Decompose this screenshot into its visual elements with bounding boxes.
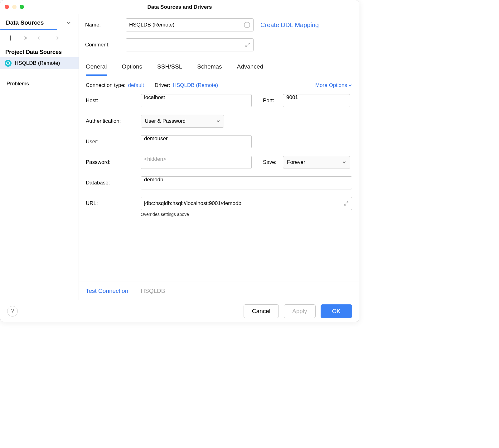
url-label: URL:	[86, 200, 141, 207]
close-icon[interactable]	[5, 5, 9, 9]
database-icon	[5, 60, 12, 67]
connection-type-bar: Connection type: default Driver: HSQLDB …	[79, 76, 359, 92]
arrow-left-icon	[37, 36, 43, 40]
chevron-down-icon	[216, 119, 220, 123]
driver-value[interactable]: HSQLDB (Remote)	[173, 82, 218, 88]
dialog-footer: ? Cancel Apply OK	[0, 300, 359, 322]
driver-label: Driver:	[155, 82, 170, 88]
save-label: Save:	[263, 159, 283, 165]
host-label: Host:	[86, 98, 141, 104]
tabs: General Options SSH/SSL Schemas Advanced	[79, 60, 359, 76]
comment-label: Comment:	[85, 42, 126, 48]
authentication-select[interactable]: User & Password	[141, 115, 224, 128]
apply-button[interactable]: Apply	[284, 304, 316, 318]
sidebar-item-label: HSQLDB (Remote)	[15, 60, 60, 66]
minimize-icon[interactable]	[12, 5, 17, 9]
more-options-link[interactable]: More Options	[315, 82, 352, 88]
create-ddl-mapping-link[interactable]: Create DDL Mapping	[260, 21, 319, 29]
password-input[interactable]: <hidden>	[141, 156, 252, 169]
url-helper-text: Overrides settings above	[141, 212, 352, 217]
window-controls	[5, 5, 24, 9]
driver-name-text: HSQLDB	[141, 288, 165, 294]
dialog-title: Data Sources and Drivers	[148, 4, 212, 10]
authentication-label: Authentication:	[86, 118, 141, 124]
titlebar: Data Sources and Drivers	[0, 0, 359, 14]
tab-options[interactable]: Options	[122, 60, 142, 76]
host-input[interactable]: localhost	[141, 94, 252, 107]
sidebar-item-hsqldb[interactable]: HSQLDB (Remote)	[0, 57, 79, 69]
color-circle-icon[interactable]	[244, 22, 250, 28]
port-input[interactable]: 9001	[283, 94, 350, 107]
connection-type-value[interactable]: default	[128, 82, 144, 88]
name-value: HSQLDB (Remote)	[129, 22, 174, 28]
help-icon[interactable]: ?	[7, 306, 18, 317]
ok-button[interactable]: OK	[321, 304, 352, 318]
expand-icon[interactable]	[344, 201, 349, 206]
tab-general[interactable]: General	[86, 60, 107, 76]
user-label: User:	[86, 139, 141, 145]
arrow-right-icon	[53, 36, 59, 40]
password-label: Password:	[86, 159, 141, 165]
save-select[interactable]: Forever	[283, 156, 350, 169]
sidebar-tab-data-sources[interactable]: Data Sources	[6, 19, 44, 26]
dialog-window: Data Sources and Drivers Data Sources	[0, 0, 359, 322]
name-input[interactable]: HSQLDB (Remote)	[126, 18, 254, 31]
main-panel: Name: HSQLDB (Remote) Create DDL Mapping…	[79, 14, 359, 300]
tab-schemas[interactable]: Schemas	[197, 60, 222, 76]
database-input[interactable]: demodb	[141, 176, 352, 189]
chevron-right-icon[interactable]	[23, 36, 28, 40]
database-label: Database:	[86, 180, 141, 186]
tab-ssh-ssl[interactable]: SSH/SSL	[157, 60, 182, 76]
sidebar-item-problems[interactable]: Problems	[0, 75, 79, 93]
chevron-down-icon	[348, 83, 352, 87]
maximize-icon[interactable]	[20, 5, 24, 9]
sidebar: Data Sources Project	[0, 14, 79, 300]
user-input[interactable]: demouser	[141, 135, 252, 148]
connection-type-label: Connection type:	[86, 82, 126, 88]
test-connection-link[interactable]: Test Connection	[86, 288, 128, 294]
add-icon[interactable]	[7, 35, 14, 41]
sidebar-section-title: Project Data Sources	[0, 45, 79, 57]
chevron-down-icon	[342, 160, 346, 164]
chevron-down-icon[interactable]	[64, 18, 73, 27]
comment-input[interactable]	[126, 38, 254, 51]
expand-icon[interactable]	[245, 42, 250, 47]
cancel-button[interactable]: Cancel	[244, 304, 279, 318]
test-connection-bar: Test Connection HSQLDB	[79, 282, 359, 300]
name-label: Name:	[85, 22, 126, 28]
tab-advanced[interactable]: Advanced	[237, 60, 264, 76]
port-label: Port:	[263, 98, 283, 104]
url-input[interactable]: jdbc:hsqldb:hsql://localhost:9001/demodb	[141, 197, 352, 210]
